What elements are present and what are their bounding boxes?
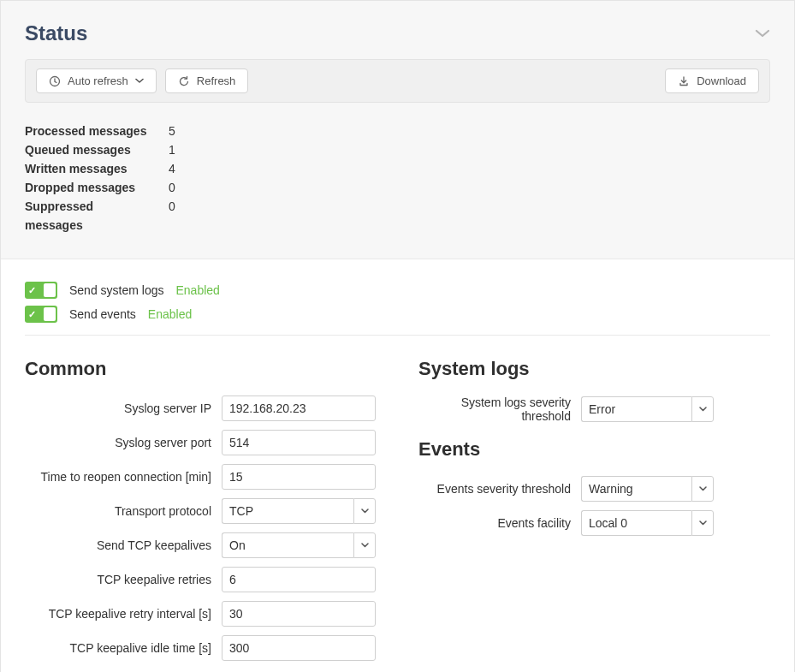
field-label: Send TCP keepalives — [25, 538, 222, 552]
status-stats: Processed messages 5 Queued messages 1 W… — [25, 122, 770, 235]
section-title-events: Events — [418, 438, 770, 461]
chevron-down-icon — [699, 407, 707, 412]
select-caret-button[interactable] — [353, 498, 376, 524]
stat-label: Queued messages — [25, 140, 153, 159]
check-icon: ✓ — [28, 285, 36, 296]
chevron-down-icon — [699, 520, 707, 526]
select-value[interactable]: On — [222, 532, 353, 558]
toggle-state: Enabled — [176, 283, 220, 297]
refresh-button[interactable]: Refresh — [165, 68, 249, 93]
retries-input[interactable] — [222, 567, 376, 592]
refresh-icon — [178, 75, 190, 87]
status-header: Status — [25, 21, 770, 45]
refresh-label: Refresh — [197, 74, 236, 87]
idle-time-input[interactable] — [222, 635, 376, 661]
field-keepalives: Send TCP keepalives On — [25, 532, 384, 558]
chevron-down-icon — [135, 78, 144, 84]
select-value[interactable]: Error — [581, 396, 691, 422]
stat-value: 4 — [169, 159, 175, 178]
stat-label: Written messages — [25, 159, 153, 178]
auto-refresh-button[interactable]: Auto refresh — [36, 68, 157, 93]
field-syslog-port: Syslog server port — [25, 430, 384, 455]
field-label: TCP keepalive retries — [25, 573, 222, 586]
field-label: Events severity threshold — [418, 482, 581, 496]
field-retries: TCP keepalive retries — [25, 567, 384, 592]
auto-refresh-label: Auto refresh — [68, 74, 128, 87]
field-reopen: Time to reopen connection [min] — [25, 464, 384, 490]
chevron-down-icon — [361, 543, 369, 548]
stat-label: Suppressed messages — [25, 197, 153, 235]
stat-value: 0 — [169, 178, 175, 197]
stat-suppressed: Suppressed messages 0 — [25, 197, 770, 235]
select-value[interactable]: Local 0 — [581, 510, 691, 536]
chevron-down-icon — [361, 508, 369, 514]
collapse-icon[interactable] — [755, 28, 770, 39]
stat-label: Dropped messages — [25, 178, 153, 197]
columns: Common Syslog server IP Syslog server po… — [25, 358, 770, 669]
retry-interval-input[interactable] — [222, 601, 376, 627]
clock-icon — [49, 75, 61, 87]
toggle-state: Enabled — [148, 307, 192, 321]
syslog-port-input[interactable] — [222, 430, 376, 455]
reopen-input[interactable] — [222, 464, 376, 490]
column-common: Common Syslog server IP Syslog server po… — [25, 358, 384, 669]
stat-dropped: Dropped messages 0 — [25, 178, 770, 197]
events-facility-select[interactable]: Local 0 — [581, 510, 714, 536]
select-value[interactable]: Warning — [581, 476, 691, 502]
section-title-system-logs: System logs — [418, 358, 770, 380]
select-caret-button[interactable] — [691, 396, 714, 422]
field-label: Time to reopen connection [min] — [25, 470, 222, 484]
field-label: Syslog server IP — [25, 401, 222, 415]
field-retry-interval: TCP keepalive retry interval [s] — [25, 601, 384, 627]
stat-value: 0 — [169, 197, 175, 235]
field-events-severity: Events severity threshold Warning — [418, 476, 770, 502]
divider — [25, 335, 770, 336]
toggle-send-events[interactable]: ✓ — [25, 306, 57, 323]
select-value[interactable]: TCP — [222, 498, 353, 524]
toggle-send-system-logs[interactable]: ✓ — [25, 282, 57, 299]
stat-processed: Processed messages 5 — [25, 122, 770, 140]
toggle-send-system-logs-row: ✓ Send system logs Enabled — [25, 282, 770, 299]
download-icon — [678, 75, 690, 87]
stat-queued: Queued messages 1 — [25, 140, 770, 159]
status-toolbar: Auto refresh Refresh Download — [25, 59, 770, 103]
field-label: Syslog server port — [25, 436, 222, 449]
column-right: System logs System logs severity thresho… — [418, 358, 770, 669]
field-transport: Transport protocol TCP — [25, 498, 384, 524]
select-caret-button[interactable] — [691, 476, 714, 502]
toggle-knob — [44, 283, 56, 297]
field-label: TCP keepalive retry interval [s] — [25, 607, 222, 621]
page-container: Status Auto refresh Refresh — [0, 0, 795, 672]
field-label: Transport protocol — [25, 504, 222, 518]
field-label: System logs severity threshold — [418, 395, 581, 423]
field-syslog-ip: Syslog server IP — [25, 395, 384, 421]
check-icon: ✓ — [28, 309, 36, 320]
field-label: TCP keepalive idle time [s] — [25, 641, 222, 655]
toggle-knob — [44, 307, 56, 321]
stat-label: Processed messages — [25, 122, 153, 140]
download-label: Download — [697, 74, 746, 87]
keepalives-select[interactable]: On — [222, 532, 376, 558]
field-syslog-severity: System logs severity threshold Error — [418, 395, 770, 423]
field-events-facility: Events facility Local 0 — [418, 510, 770, 536]
status-panel: Status Auto refresh Refresh — [1, 1, 794, 259]
select-caret-button[interactable] — [691, 510, 714, 536]
transport-select[interactable]: TCP — [222, 498, 376, 524]
select-caret-button[interactable] — [353, 532, 376, 558]
stat-value: 5 — [169, 122, 175, 140]
status-title: Status — [25, 21, 87, 45]
section-title-common: Common — [25, 358, 384, 380]
stat-value: 1 — [169, 140, 175, 159]
toggle-label: Send system logs — [69, 283, 164, 297]
chevron-down-icon — [699, 486, 707, 491]
config-body: ✓ Send system logs Enabled ✓ Send events… — [1, 259, 794, 672]
toggle-label: Send events — [69, 307, 136, 321]
stat-written: Written messages 4 — [25, 159, 770, 178]
toggle-send-events-row: ✓ Send events Enabled — [25, 306, 770, 323]
events-severity-select[interactable]: Warning — [581, 476, 714, 502]
syslog-ip-input[interactable] — [222, 395, 376, 421]
field-idle-time: TCP keepalive idle time [s] — [25, 635, 384, 661]
download-button[interactable]: Download — [665, 68, 759, 93]
syslog-severity-select[interactable]: Error — [581, 396, 714, 422]
field-label: Events facility — [418, 516, 581, 530]
